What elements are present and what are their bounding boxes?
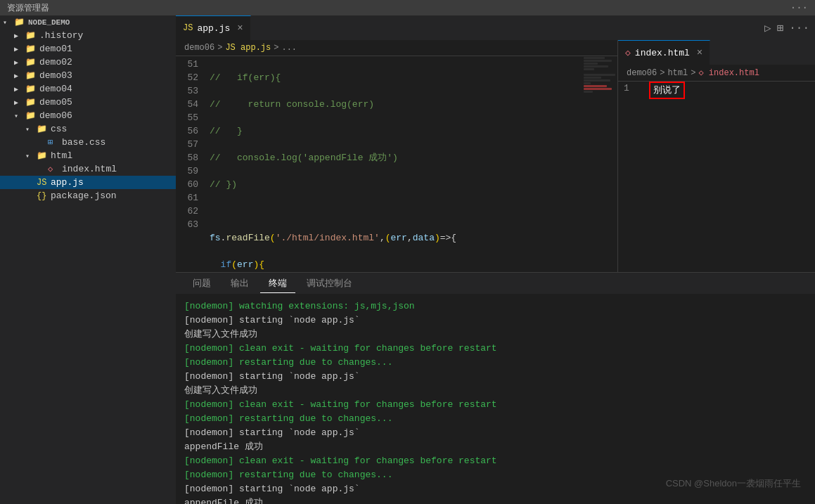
expand-arrow: ▶ bbox=[14, 32, 25, 40]
json-file-icon: {} bbox=[37, 191, 48, 201]
annotation-text: 别说了 bbox=[649, 82, 685, 99]
more-actions-icon[interactable]: ··· bbox=[789, 22, 809, 34]
code-line: if(err){ bbox=[210, 258, 582, 271]
tree-label: html bbox=[51, 150, 72, 161]
tree-label: NODE_DEMO bbox=[28, 18, 70, 27]
tree-label: .history bbox=[39, 30, 83, 41]
tree-label: css bbox=[51, 124, 67, 134]
sidebar-item-package-json[interactable]: ▶ {} package.json bbox=[0, 189, 176, 202]
tab-close-right[interactable]: × bbox=[697, 47, 702, 58]
term-line: [nodemon] starting `node app.js` bbox=[184, 370, 807, 384]
terminal-content[interactable]: [nodemon] watching extensions: js,mjs,js… bbox=[176, 294, 815, 504]
tab-actions: ▷ ⊞ ··· bbox=[759, 15, 815, 40]
js-tab-icon: JS bbox=[183, 23, 193, 33]
tree-label: package.json bbox=[51, 190, 117, 201]
sidebar-item-css[interactable]: ▾ 📁 css bbox=[0, 122, 176, 136]
sidebar-item-demo03[interactable]: ▶ 📁 demo03 bbox=[0, 69, 176, 82]
sidebar-item-node-demo[interactable]: ▾ 📁 NODE_DEMO bbox=[0, 15, 176, 29]
tab-label: index.html bbox=[635, 48, 690, 58]
code-line: // if(err){ bbox=[210, 71, 582, 84]
code-line: // return console.log(err) bbox=[210, 98, 582, 111]
term-line: 创建写入文件成功 bbox=[184, 384, 807, 398]
bc-html: html bbox=[667, 68, 688, 78]
breadcrumb-dots: ... bbox=[281, 43, 297, 53]
expand-arrow: ▾ bbox=[25, 125, 37, 134]
tab-app-js[interactable]: JS app.js × bbox=[176, 15, 251, 40]
title-bar: 资源管理器 ··· bbox=[0, 0, 815, 15]
tree-label: demo03 bbox=[39, 70, 72, 81]
sidebar-item-demo05[interactable]: ▶ 📁 demo05 bbox=[0, 96, 176, 109]
bc-indexhtml: ◇ index.html bbox=[698, 67, 759, 78]
title-label: 资源管理器 bbox=[7, 2, 49, 14]
folder-icon: 📁 bbox=[37, 124, 48, 134]
tab-index-html[interactable]: ◇ index.html × bbox=[618, 40, 710, 65]
annotation-box: 别说了 bbox=[649, 82, 685, 99]
term-line: 创建写入文件成功 bbox=[184, 328, 807, 342]
sidebar-item-demo06[interactable]: ▾ 📁 demo06 bbox=[0, 109, 176, 122]
tab-problems[interactable]: 问题 bbox=[184, 274, 219, 293]
right-linenum: 1 bbox=[624, 82, 638, 95]
tab-terminal[interactable]: 终端 bbox=[260, 274, 295, 293]
tab-output[interactable]: 输出 bbox=[222, 274, 257, 293]
sidebar-item-app-js[interactable]: ▶ JS app.js bbox=[0, 176, 176, 189]
right-tab-bar: ◇ index.html × bbox=[618, 40, 815, 65]
breadcrumb-demo06: demo06 bbox=[184, 43, 214, 53]
tree-label: demo02 bbox=[39, 57, 72, 67]
sidebar-item-demo01[interactable]: ▶ 📁 demo01 bbox=[0, 42, 176, 56]
sidebar-item-base-css[interactable]: ▶ ⊞ base.css bbox=[0, 136, 176, 149]
code-line: // } bbox=[210, 124, 582, 138]
breadcrumb-sep2: > bbox=[274, 43, 278, 53]
code-content: // if(err){ // return console.log(err) /… bbox=[204, 56, 582, 272]
term-line: [nodemon] starting `node app.js` bbox=[184, 314, 807, 328]
term-line: [nodemon] clean exit - waiting for chang… bbox=[184, 454, 807, 468]
sidebar-more-icon[interactable]: ··· bbox=[790, 2, 808, 13]
folder-icon: 📁 bbox=[25, 44, 37, 54]
folder-icon: 📁 bbox=[25, 110, 37, 121]
sidebar-item-index-html[interactable]: ▶ ◇ index.html bbox=[0, 162, 176, 176]
sidebar-item-html-folder[interactable]: ▾ 📁 html bbox=[0, 149, 176, 162]
sidebar-item-demo02[interactable]: ▶ 📁 demo02 bbox=[0, 56, 176, 69]
expand-arrow: ▶ bbox=[14, 98, 25, 107]
term-line: [nodemon] clean exit - waiting for chang… bbox=[184, 398, 807, 412]
folder-icon: 📁 bbox=[37, 150, 48, 161]
panel-tabs: 问题 输出 终端 调试控制台 bbox=[176, 273, 815, 294]
tab-spacer bbox=[251, 15, 759, 40]
html-tab-icon: ◇ bbox=[625, 47, 631, 58]
line-numbers: 51 52 53 54 55 56 57 58 59 60 61 62 63 bbox=[176, 56, 204, 272]
bc-demo06: demo06 bbox=[627, 68, 657, 78]
expand-arrow: ▶ bbox=[14, 45, 25, 53]
breadcrumb-right: demo06 > html > ◇ index.html bbox=[618, 65, 815, 82]
tree-label: app.js bbox=[51, 177, 84, 188]
term-line: appendFile 成功 bbox=[184, 496, 807, 504]
tree-label: index.html bbox=[62, 164, 117, 174]
expand-arrow: ▶ bbox=[14, 72, 25, 80]
term-line: [nodemon] restarting due to changes... bbox=[184, 356, 807, 370]
bottom-panel: 问题 输出 终端 调试控制台 [nodemon] watching extens… bbox=[176, 272, 815, 504]
folder-icon: 📁 bbox=[25, 57, 37, 67]
expand-arrow: ▾ bbox=[25, 152, 37, 160]
sidebar: ▾ 📁 NODE_DEMO ▶ 📁 .history ▶ 📁 demo01 ▶ … bbox=[0, 15, 176, 504]
code-scroll[interactable]: 51 52 53 54 55 56 57 58 59 60 61 62 63 bbox=[176, 56, 617, 272]
sidebar-item-demo04[interactable]: ▶ 📁 demo04 bbox=[0, 82, 176, 96]
folder-icon: 📁 bbox=[25, 97, 37, 108]
tree-label: demo04 bbox=[39, 84, 72, 94]
code-editor-left: demo06 > JS app.js > ... 51 52 53 54 55 … bbox=[176, 40, 618, 272]
breadcrumb-appjs: JS app.js bbox=[225, 43, 271, 53]
split-editor-icon[interactable]: ⊞ bbox=[777, 21, 784, 35]
code-editor-right: ◇ index.html × demo06 > html > ◇ index.h… bbox=[618, 40, 815, 272]
folder-icon: 📁 bbox=[25, 30, 37, 41]
tab-label: app.js bbox=[197, 23, 230, 34]
file-tree: ▾ 📁 NODE_DEMO ▶ 📁 .history ▶ 📁 demo01 ▶ … bbox=[0, 15, 176, 504]
folder-icon: 📁 bbox=[14, 17, 25, 27]
sidebar-item-history[interactable]: ▶ 📁 .history bbox=[0, 29, 176, 42]
code-line bbox=[210, 205, 582, 218]
tree-label: demo05 bbox=[39, 97, 72, 108]
tab-close-button[interactable]: × bbox=[237, 22, 243, 34]
code-line: // console.log('appendFile 成功') bbox=[210, 151, 582, 164]
tab-debug[interactable]: 调试控制台 bbox=[298, 274, 361, 293]
tree-label: demo01 bbox=[39, 44, 72, 54]
run-icon[interactable]: ▷ bbox=[764, 21, 771, 35]
term-line: [nodemon] starting `node app.js` bbox=[184, 426, 807, 440]
folder-icon: 📁 bbox=[25, 84, 37, 94]
breadcrumb-sep1: > bbox=[217, 43, 222, 53]
